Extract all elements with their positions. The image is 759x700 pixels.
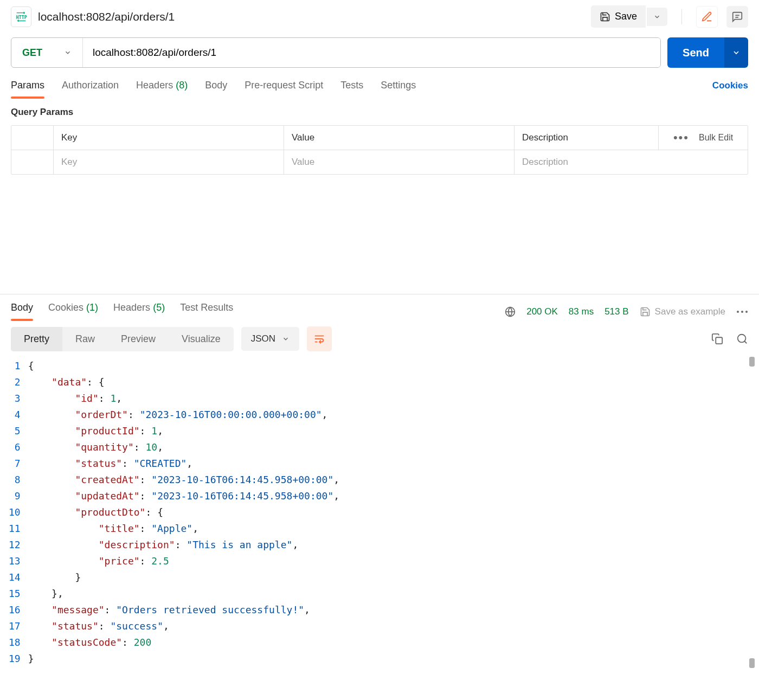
- resp-tab-cookies-label: Cookies: [48, 302, 83, 313]
- tab-authorization[interactable]: Authorization: [62, 80, 119, 99]
- copy-icon[interactable]: [711, 333, 723, 345]
- table-row: [11, 150, 748, 174]
- line-gutter: 12345678910111213141516171819: [4, 357, 28, 668]
- view-preview[interactable]: Preview: [108, 327, 169, 351]
- svg-point-5: [737, 311, 739, 313]
- svg-point-11: [738, 335, 746, 343]
- col-value: Value: [284, 126, 514, 150]
- svg-line-12: [744, 341, 747, 343]
- save-button[interactable]: Save: [591, 5, 646, 28]
- bulk-edit-link[interactable]: Bulk Edit: [699, 133, 733, 143]
- tab-prerequest[interactable]: Pre-request Script: [245, 80, 323, 99]
- save-label: Save: [615, 11, 637, 22]
- drag-col: [11, 126, 54, 150]
- response-time: 83 ms: [569, 306, 594, 317]
- tab-headers-label: Headers: [136, 80, 173, 91]
- query-params-title: Query Params: [0, 99, 759, 125]
- tab-settings[interactable]: Settings: [381, 80, 416, 99]
- save-dropdown[interactable]: [647, 8, 667, 26]
- cookies-link[interactable]: Cookies: [712, 80, 748, 99]
- edit-icon[interactable]: [696, 6, 718, 28]
- view-visualize[interactable]: Visualize: [169, 327, 234, 351]
- resp-tab-cookies-count: (1): [86, 302, 98, 313]
- resp-tab-headers[interactable]: Headers (5): [113, 302, 165, 321]
- chevron-down-icon: [282, 335, 290, 343]
- comment-icon[interactable]: [726, 6, 748, 28]
- send-dropdown[interactable]: [724, 37, 748, 68]
- params-table: Key Value Description ••• Bulk Edit: [11, 125, 748, 175]
- resp-tab-headers-count: (5): [153, 302, 165, 313]
- resp-tab-cookies[interactable]: Cookies (1): [48, 302, 98, 321]
- view-pretty[interactable]: Pretty: [11, 327, 62, 351]
- col-desc: Description: [514, 126, 658, 150]
- view-raw[interactable]: Raw: [62, 327, 108, 351]
- params-options-icon[interactable]: •••: [673, 135, 689, 140]
- svg-point-6: [741, 311, 743, 313]
- save-as-example[interactable]: Save as example: [640, 306, 725, 317]
- param-key-input[interactable]: [61, 157, 276, 168]
- svg-text:HTTP: HTTP: [16, 14, 27, 20]
- method-label: GET: [22, 47, 42, 59]
- format-label: JSON: [251, 333, 275, 344]
- format-select[interactable]: JSON: [241, 327, 299, 351]
- scrollbar[interactable]: [749, 357, 755, 367]
- request-tab-title: localhost:8082/api/orders/1: [38, 10, 584, 23]
- save-example-label: Save as example: [655, 306, 725, 317]
- col-key: Key: [54, 126, 284, 150]
- method-select[interactable]: GET: [11, 38, 83, 67]
- svg-point-7: [745, 311, 748, 313]
- scrollbar[interactable]: [749, 658, 755, 668]
- resp-tab-headers-label: Headers: [113, 302, 150, 313]
- status-code: 200 OK: [526, 306, 558, 317]
- more-icon[interactable]: [736, 310, 748, 313]
- tab-headers-count: (8): [176, 80, 188, 91]
- url-input[interactable]: [83, 38, 660, 67]
- tab-tests[interactable]: Tests: [340, 80, 363, 99]
- send-button[interactable]: Send: [667, 37, 724, 68]
- chevron-down-icon: [64, 49, 72, 56]
- tab-headers[interactable]: Headers (8): [136, 80, 188, 99]
- param-value-input[interactable]: [292, 157, 506, 168]
- divider: [681, 9, 682, 24]
- tab-body[interactable]: Body: [205, 80, 227, 99]
- wrap-lines-icon[interactable]: [307, 326, 332, 351]
- globe-icon[interactable]: [505, 306, 516, 317]
- tab-params[interactable]: Params: [11, 80, 44, 99]
- search-icon[interactable]: [736, 333, 748, 345]
- response-body[interactable]: { "data": { "id": 1, "orderDt": "2023-10…: [28, 357, 755, 668]
- param-desc-input[interactable]: [522, 157, 740, 168]
- http-icon: HTTP: [11, 7, 31, 27]
- resp-tab-body[interactable]: Body: [11, 302, 33, 321]
- drag-handle[interactable]: [11, 150, 54, 174]
- resp-tab-test-results[interactable]: Test Results: [180, 302, 233, 321]
- svg-rect-10: [716, 337, 722, 344]
- response-size: 513 B: [604, 306, 628, 317]
